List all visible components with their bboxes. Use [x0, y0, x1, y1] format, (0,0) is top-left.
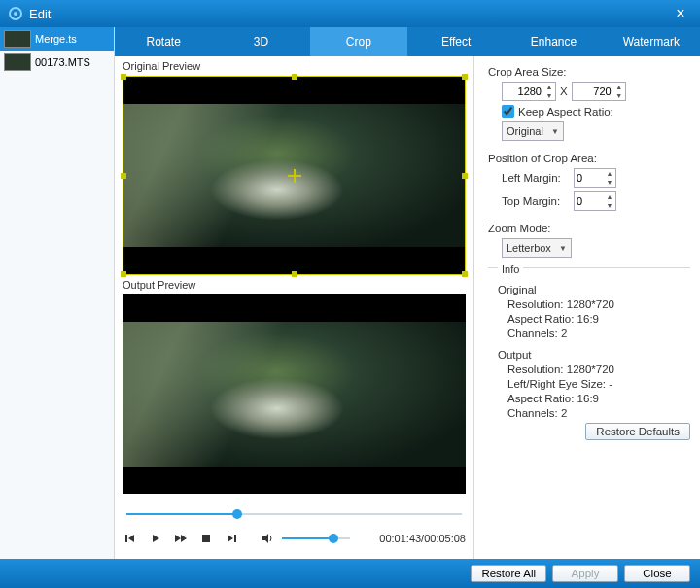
footer-bar: Restore All Apply Close [0, 559, 700, 588]
crop-handle[interactable] [121, 173, 126, 179]
fast-forward-button[interactable] [173, 531, 189, 546]
info-header: Info [498, 263, 523, 275]
crop-width-spinner[interactable]: ▲▼ [502, 82, 556, 101]
restore-all-button[interactable]: Restore All [471, 565, 546, 582]
info-line: Resolution: 1280*720 [508, 363, 690, 375]
tab-rotate[interactable]: Rotate [115, 27, 212, 56]
time-display: 00:01:43/00:05:08 [379, 533, 466, 544]
svg-point-1 [14, 12, 18, 16]
stop-button[interactable] [198, 531, 214, 546]
spin-down-icon[interactable]: ▼ [613, 91, 625, 100]
crop-width-input[interactable] [503, 86, 543, 97]
crop-handle[interactable] [292, 271, 298, 277]
tab-enhance[interactable]: Enhance [505, 27, 602, 56]
original-preview[interactable] [122, 76, 466, 275]
file-sidebar: Merge.ts 00173.MTS [0, 27, 115, 559]
prev-button[interactable] [122, 531, 138, 546]
tab-bar: Rotate 3D Crop Effect Enhance Watermark [115, 27, 700, 56]
file-label: Merge.ts [35, 33, 77, 45]
x-label: X [560, 86, 568, 97]
crop-handle[interactable] [462, 74, 468, 80]
volume-slider[interactable] [282, 537, 350, 539]
title-bar: Edit × [0, 0, 700, 27]
info-line: Aspect Ratio: 16:9 [508, 313, 690, 325]
aspect-ratio-combo[interactable]: Original▼ [502, 121, 564, 141]
left-margin-input[interactable] [575, 172, 604, 184]
spin-down-icon[interactable]: ▼ [543, 91, 555, 100]
app-icon [8, 6, 23, 21]
crop-handle[interactable] [292, 74, 298, 80]
tab-watermark[interactable]: Watermark [603, 27, 700, 56]
window-title: Edit [29, 7, 669, 21]
spin-up-icon[interactable]: ▲ [543, 83, 555, 91]
info-line: Channels: 2 [508, 407, 690, 419]
info-output-label: Output [498, 349, 690, 361]
top-margin-input[interactable] [575, 195, 604, 207]
svg-rect-7 [202, 535, 210, 542]
tab-effect[interactable]: Effect [407, 27, 505, 56]
apply-button[interactable]: Apply [552, 565, 618, 582]
play-button[interactable] [148, 531, 163, 546]
video-frame [122, 322, 466, 467]
svg-marker-6 [181, 535, 187, 542]
keep-aspect-label: Keep Aspect Ratio: [518, 106, 613, 118]
info-line: Aspect Ratio: 16:9 [508, 393, 690, 404]
volume-icon[interactable] [261, 531, 276, 546]
left-margin-label: Left Margin: [502, 172, 570, 184]
spin-down-icon[interactable]: ▼ [604, 178, 615, 187]
svg-rect-9 [234, 535, 236, 542]
left-margin-spinner[interactable]: ▲▼ [574, 168, 616, 188]
original-preview-label: Original Preview [115, 56, 473, 76]
tab-crop[interactable]: Crop [310, 27, 407, 56]
spin-up-icon[interactable]: ▲ [613, 83, 625, 91]
spin-up-icon[interactable]: ▲ [604, 169, 615, 178]
sidebar-item[interactable]: Merge.ts [0, 27, 114, 51]
crop-height-input[interactable] [573, 86, 613, 97]
crop-handle[interactable] [462, 173, 468, 179]
svg-marker-8 [228, 535, 233, 542]
crop-height-spinner[interactable]: ▲▼ [572, 82, 626, 101]
crop-size-label: Crop Area Size: [488, 66, 690, 78]
svg-marker-10 [262, 534, 268, 543]
close-button[interactable]: Close [624, 565, 690, 582]
info-original-label: Original [498, 284, 690, 295]
next-button[interactable] [224, 531, 239, 546]
top-margin-label: Top Margin: [502, 195, 570, 207]
restore-defaults-button[interactable]: Restore Defaults [585, 423, 690, 440]
chevron-down-icon: ▼ [551, 127, 559, 136]
svg-marker-5 [175, 535, 181, 542]
svg-rect-2 [125, 535, 127, 542]
spin-up-icon[interactable]: ▲ [604, 192, 615, 201]
close-icon[interactable]: × [669, 5, 692, 22]
seek-slider[interactable] [126, 507, 462, 521]
chevron-down-icon: ▼ [559, 244, 567, 253]
file-thumb [4, 30, 31, 48]
svg-marker-3 [128, 535, 134, 542]
top-margin-spinner[interactable]: ▲▼ [574, 191, 616, 211]
output-preview [122, 294, 466, 494]
crop-center-icon[interactable] [288, 169, 301, 183]
keep-aspect-checkbox[interactable] [502, 105, 514, 118]
sidebar-item[interactable]: 00173.MTS [0, 51, 114, 74]
zoom-label: Zoom Mode: [488, 223, 690, 234]
info-line: Resolution: 1280*720 [508, 298, 690, 310]
spin-down-icon[interactable]: ▼ [604, 201, 615, 210]
crop-handle[interactable] [121, 271, 126, 277]
info-line: Channels: 2 [508, 328, 690, 339]
info-line: Left/Right Eye Size: - [508, 378, 690, 390]
position-label: Position of Crop Area: [488, 153, 690, 164]
crop-handle[interactable] [121, 74, 126, 80]
file-label: 00173.MTS [35, 56, 90, 68]
file-thumb [4, 53, 31, 71]
crop-handle[interactable] [462, 271, 468, 277]
output-preview-label: Output Preview [115, 275, 473, 294]
zoom-mode-combo[interactable]: Letterbox▼ [502, 238, 572, 258]
svg-marker-4 [153, 535, 159, 542]
tab-3d[interactable]: 3D [212, 27, 309, 56]
